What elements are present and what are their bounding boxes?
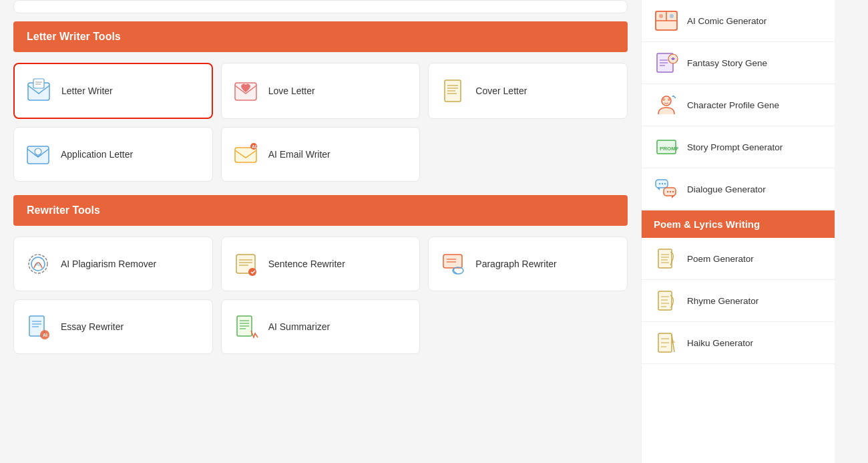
sidebar-item-ai-comic-generator[interactable]: AI Comic Generator [642, 0, 835, 42]
sidebar-character-profile-label: Character Profile Gene [687, 100, 779, 110]
sidebar-item-dialogue-generator[interactable]: Dialogue Generator [642, 168, 835, 210]
ai-plagiarism-remover-icon: AI [23, 249, 53, 279]
paragraph-rewriter-icon [438, 249, 467, 279]
sentence-rewriter-icon [231, 249, 260, 279]
rewriter-header: Rewriter Tools [13, 195, 628, 226]
sidebar-ai-comic-label: AI Comic Generator [687, 16, 767, 26]
tool-card-paragraph-rewriter[interactable]: Paragraph Rewriter [428, 237, 628, 291]
paragraph-rewriter-label: Paragraph Rewriter [475, 258, 556, 270]
svg-rect-67 [658, 291, 672, 310]
story-prompt-generator-icon: PROMPT [654, 134, 679, 160]
tool-card-application-letter[interactable]: Application Letter [13, 127, 213, 182]
tool-card-cover-letter[interactable]: Cover Letter [428, 63, 628, 119]
letter-writer-header-label: Letter Writer Tools [27, 31, 121, 42]
sidebar-story-prompt-label: Story Prompt Generator [687, 142, 783, 152]
svg-point-49 [662, 96, 671, 106]
love-letter-icon [231, 76, 260, 106]
svg-point-59 [667, 191, 668, 192]
sidebar-rhyme-generator-label: Rhyme Generator [687, 296, 758, 306]
tool-card-sentence-rewriter[interactable]: Sentence Rewriter [221, 237, 421, 291]
ai-summarizer-icon [231, 312, 260, 341]
svg-point-11 [35, 148, 41, 155]
ai-email-writer-label: AI Email Writer [268, 148, 331, 160]
tool-card-essay-rewriter[interactable]: AI Essay Rewriter [13, 299, 213, 354]
svg-point-43 [670, 14, 674, 18]
ai-email-writer-icon: AI [231, 140, 260, 169]
tool-card-ai-email-writer[interactable]: AI AI Email Writer [221, 127, 421, 182]
sidebar-item-rhyme-generator[interactable]: Rhyme Generator [642, 280, 835, 322]
letter-writer-icon [24, 76, 53, 106]
svg-text:PROMPT: PROMPT [660, 146, 678, 152]
sidebar-item-haiku-generator[interactable]: Haiku Generator [642, 322, 835, 364]
sidebar-poem-generator-label: Poem Generator [687, 254, 754, 264]
rewriter-header-label: Rewriter Tools [27, 204, 100, 216]
svg-point-51 [668, 98, 670, 101]
application-letter-icon [23, 140, 53, 169]
svg-point-57 [662, 183, 663, 184]
tool-card-letter-writer[interactable]: Letter Writer [13, 63, 213, 119]
rewriter-section: Rewriter Tools AI AI Plagiarism Remover [13, 195, 628, 354]
svg-point-50 [662, 98, 665, 101]
cover-letter-icon [438, 76, 467, 106]
sidebar-fantasy-story-label: Fantasy Story Gene [687, 58, 767, 68]
letter-writer-header: Letter Writer Tools [13, 21, 628, 52]
ai-comic-generator-icon [654, 8, 679, 33]
essay-rewriter-icon: AI [23, 312, 53, 341]
dialogue-generator-icon [654, 176, 679, 202]
sentence-rewriter-label: Sentence Rewriter [268, 258, 345, 270]
ai-summarizer-label: AI Summarizer [268, 321, 331, 333]
poem-lyrics-header-label: Poem & Lyrics Writing [654, 218, 760, 230]
svg-rect-62 [658, 249, 672, 268]
svg-point-56 [659, 183, 660, 184]
poem-lyrics-section-header: Poem & Lyrics Writing [642, 210, 835, 238]
svg-rect-23 [443, 255, 462, 268]
letter-writer-label: Letter Writer [61, 85, 113, 97]
svg-rect-12 [235, 148, 256, 162]
sidebar-item-character-profile-gene[interactable]: Character Profile Gene [642, 84, 835, 126]
letter-writer-grid: Letter Writer Love Letter [13, 63, 628, 182]
haiku-generator-icon [654, 330, 679, 355]
main-content: Letter Writer Tools Letter Writer [0, 0, 641, 463]
sidebar-item-poem-generator[interactable]: Poem Generator [642, 238, 835, 280]
tool-card-ai-summarizer[interactable]: AI Summarizer [221, 299, 421, 354]
cover-letter-label: Cover Letter [475, 85, 527, 97]
svg-point-58 [664, 183, 666, 184]
tool-card-ai-plagiarism-remover[interactable]: AI AI Plagiarism Remover [13, 237, 213, 291]
love-letter-label: Love Letter [268, 85, 315, 97]
fantasy-story-gene-icon [654, 50, 679, 75]
svg-point-22 [248, 268, 256, 276]
sidebar: AI Comic Generator Fantasy Story Gene [641, 0, 835, 463]
application-letter-label: Application Letter [61, 148, 133, 160]
svg-text:AI: AI [43, 333, 47, 337]
rhyme-generator-icon [654, 288, 679, 313]
ai-plagiarism-remover-label: AI Plagiarism Remover [61, 258, 156, 270]
sidebar-dialogue-generator-label: Dialogue Generator [687, 184, 766, 194]
rewriter-grid: AI AI Plagiarism Remover [13, 237, 628, 354]
svg-text:AI: AI [252, 144, 256, 149]
sidebar-item-story-prompt-generator[interactable]: PROMPT Story Prompt Generator [642, 126, 835, 168]
tool-card-love-letter[interactable]: Love Letter [221, 63, 421, 119]
poem-generator-icon [654, 246, 679, 271]
essay-rewriter-label: Essay Rewriter [61, 321, 124, 333]
svg-point-42 [659, 14, 663, 18]
svg-rect-1 [33, 79, 44, 88]
letter-writer-section: Letter Writer Tools Letter Writer [13, 21, 628, 182]
sidebar-item-fantasy-story-gene[interactable]: Fantasy Story Gene [642, 42, 835, 84]
svg-point-60 [670, 191, 671, 192]
svg-text:AI: AI [35, 261, 41, 267]
svg-point-61 [672, 191, 674, 192]
character-profile-gene-icon [654, 92, 679, 118]
sidebar-haiku-generator-label: Haiku Generator [687, 338, 753, 348]
top-strip [13, 0, 628, 13]
